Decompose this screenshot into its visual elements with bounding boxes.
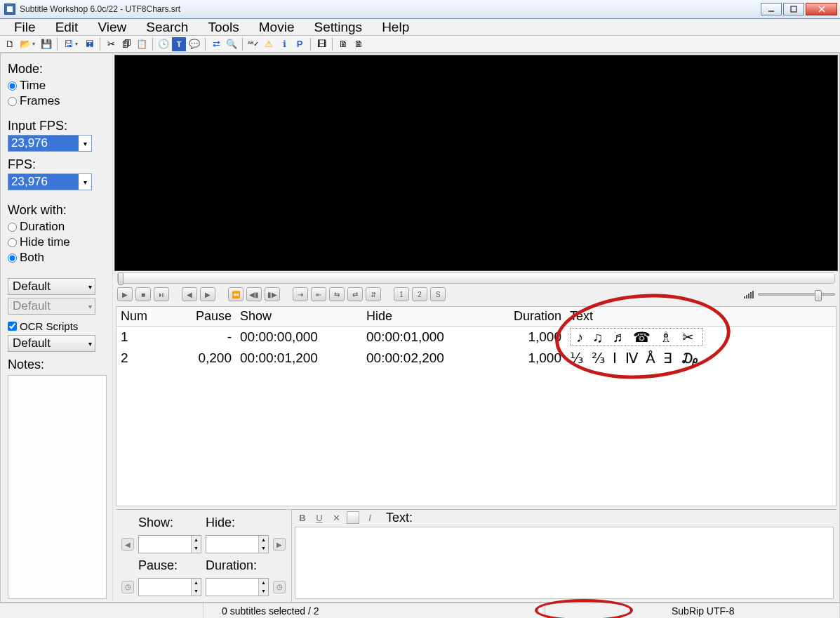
mark4-button[interactable]: ⇄ [347, 287, 363, 301]
text-input[interactable] [295, 527, 834, 599]
save-as-icon[interactable]: 🖫 [61, 37, 75, 51]
separator-icon [100, 38, 100, 51]
seek-slider[interactable] [117, 272, 835, 284]
volume-slider[interactable] [758, 293, 835, 296]
bottom-editor: Show: Hide: ◀ ▲▼ ▲▼ ▶ Pause: Duration: ◷… [116, 509, 836, 602]
mark2-button[interactable]: ⇤ [311, 287, 326, 301]
show-input[interactable]: ▲▼ [138, 535, 201, 553]
toolbar: 🗋 📂▾ 💾 🖫▾ 🖬 ✂ 🗐 📋 🕓 T 💬 ⇄ 🔍 ᴬᴮ✓ ⚠ ℹ P 🎞 … [0, 36, 840, 53]
show-label: Show: [138, 515, 201, 530]
chevron-down-icon: ▾ [88, 283, 92, 291]
info-icon[interactable]: ℹ [277, 37, 291, 51]
save-all-icon[interactable]: 🖬 [82, 37, 96, 51]
cell-dur: 1,000 [488, 350, 566, 366]
hide-label: Hide: [206, 515, 269, 530]
col-dur-header[interactable]: Duration [488, 309, 566, 324]
doc1-icon[interactable]: 🗎 [336, 37, 350, 51]
sub2-button[interactable]: 2 [412, 287, 427, 301]
mark1-button[interactable]: ⇥ [293, 287, 308, 301]
movie-icon[interactable]: 🎞 [314, 37, 328, 51]
cell-num: 2 [116, 350, 166, 366]
col-show-header[interactable]: Show [236, 309, 362, 324]
volume-icon [744, 290, 754, 298]
next-button[interactable]: ▶ [200, 287, 215, 301]
spellcheck-icon[interactable]: ᴬᴮ✓ [246, 37, 260, 51]
pascal-icon[interactable]: P [293, 37, 307, 51]
mark5-button[interactable]: ⇵ [366, 287, 381, 301]
clock1-icon[interactable]: ◷ [121, 581, 134, 593]
menu-help[interactable]: Help [372, 19, 419, 35]
table-row[interactable]: 2 0,200 00:00:01,200 00:00:02,200 1,000 … [116, 348, 836, 369]
work-duration-radio[interactable]: Duration [8, 220, 107, 234]
save-icon[interactable]: 💾 [39, 37, 53, 51]
col-hide-header[interactable]: Hide [362, 309, 488, 324]
play-button[interactable]: ▶ [117, 287, 133, 301]
cell-text: ⅓ ⅔ Ⅰ Ⅳ Å ∃ ₯ [566, 350, 836, 367]
mode-time-radio[interactable]: Time [8, 79, 107, 93]
text-label: Text: [386, 511, 413, 525]
bold-button[interactable]: B [296, 511, 309, 524]
open-file-icon[interactable]: 📂 [18, 37, 32, 51]
menu-file[interactable]: File [4, 19, 46, 35]
menu-movie[interactable]: Movie [249, 19, 305, 35]
cell-num: 1 [116, 329, 166, 345]
translate-icon[interactable]: ⇄ [209, 37, 223, 51]
menu-settings[interactable]: Settings [304, 19, 372, 35]
clock-icon[interactable]: 🕓 [156, 37, 171, 51]
menu-edit[interactable]: Edit [46, 19, 88, 35]
duration-input[interactable]: ▲▼ [206, 578, 269, 596]
stop-button[interactable]: ■ [135, 287, 151, 301]
default-combo-1[interactable]: Default▾ [8, 278, 95, 295]
dropdown-icon[interactable]: ▾ [75, 41, 81, 47]
close-button[interactable] [806, 3, 837, 15]
menu-view[interactable]: View [88, 19, 136, 35]
minimize-button[interactable] [761, 3, 782, 15]
work-both-radio[interactable]: Both [8, 251, 107, 265]
paste-icon[interactable]: 📋 [135, 37, 149, 51]
col-num-header[interactable]: Num [116, 309, 166, 324]
rewind-button[interactable]: ⏪ [228, 287, 244, 301]
work-hide-radio[interactable]: Hide time [8, 235, 107, 249]
subtitle-grid[interactable]: Num Pause Show Hide Duration Text 1 - 00… [116, 306, 836, 506]
cut-icon[interactable]: ✂ [104, 37, 118, 51]
dropdown-icon[interactable]: ▾ [32, 41, 38, 47]
prev-button[interactable]: ◀ [182, 287, 197, 301]
prev-sub-button[interactable]: ◀ [121, 538, 134, 551]
chat-icon[interactable]: 💬 [187, 37, 201, 51]
menu-tools[interactable]: Tools [198, 19, 248, 35]
clear-button[interactable]: ✕ [330, 511, 342, 524]
input-fps-combo[interactable]: 23,976 ▾ [8, 135, 92, 152]
pause-input[interactable]: ▲▼ [138, 578, 201, 596]
doc2-icon[interactable]: 🗎 [352, 37, 366, 51]
italic-button[interactable]: I [364, 511, 376, 524]
mark3-button[interactable]: ⇆ [329, 287, 345, 301]
color-button[interactable] [347, 511, 359, 524]
hide-input[interactable]: ▲▼ [206, 535, 269, 553]
clock2-icon[interactable]: ◷ [273, 581, 286, 593]
maximize-button[interactable] [783, 3, 804, 15]
col-pause-header[interactable]: Pause [166, 309, 236, 324]
back-button[interactable]: ◀▮ [246, 287, 262, 301]
work-duration-label: Duration [20, 220, 65, 234]
video-preview[interactable] [114, 55, 838, 271]
pause-button[interactable]: ⏯ [154, 287, 169, 301]
text-icon[interactable]: T [172, 37, 186, 51]
fwd-button[interactable]: ▮▶ [265, 287, 280, 301]
default-combo-2[interactable]: Default▾ [8, 298, 95, 315]
copy-icon[interactable]: 🗐 [119, 37, 133, 51]
search-icon[interactable]: 🔍 [225, 37, 239, 51]
mode-frames-radio[interactable]: Frames [8, 94, 107, 108]
new-file-icon[interactable]: 🗋 [3, 37, 17, 51]
next-sub-button[interactable]: ▶ [273, 538, 286, 551]
sub1-button[interactable]: 1 [394, 287, 409, 301]
fps-combo[interactable]: 23,976 ▾ [8, 173, 92, 190]
ocr-combo[interactable]: Default▾ [8, 335, 95, 352]
menu-search[interactable]: Search [136, 19, 198, 35]
underline-button[interactable]: U [313, 511, 326, 524]
subS-button[interactable]: S [430, 287, 446, 301]
col-text-header[interactable]: Text [566, 309, 836, 324]
notes-textarea[interactable] [8, 375, 107, 599]
warning-icon[interactable]: ⚠ [262, 37, 276, 51]
table-row[interactable]: 1 - 00:00:00,000 00:00:01,000 1,000 ♪ ♫ … [116, 327, 836, 348]
ocr-checkbox[interactable]: OCR Scripts [8, 320, 107, 332]
